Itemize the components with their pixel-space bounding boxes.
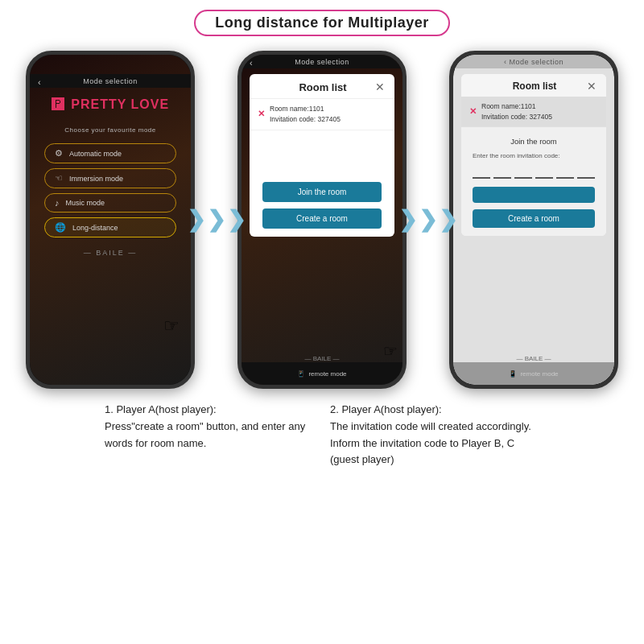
desc-step-1: 1. Player A(host player): xyxy=(105,403,217,415)
music-icon: ♪ xyxy=(55,198,60,208)
phones-row: ‹ Mode selection 🅿 PRETTY LOVE Choose yo… xyxy=(0,43,644,389)
remote-mode-3[interactable]: 📱 remote mode xyxy=(509,370,558,378)
room-list-title-3: Room list xyxy=(482,80,587,92)
remote-mode-2[interactable]: 📱 remote mode xyxy=(297,370,346,378)
phone-3-bottom: 📱 remote mode xyxy=(453,362,614,385)
code-dash-5[interactable] xyxy=(556,164,574,179)
mode-long-distance[interactable]: 🌐 Long-distance xyxy=(44,217,176,237)
logo-area: 🅿 PRETTY LOVE xyxy=(30,97,191,112)
phone-2-screen: ‹ Mode selection Room list ✕ ✕ Room name… xyxy=(242,55,402,385)
baile-text-2: — BAILE — xyxy=(242,355,402,362)
code-dash-3[interactable] xyxy=(514,164,532,179)
enter-code-label: Enter the room invitation code: xyxy=(473,152,595,159)
room-list-overlay-2: Room list ✕ ✕ Room name:1101 Invitation … xyxy=(250,74,394,237)
room-list-title-2: Room list xyxy=(270,81,375,93)
mode-immersion[interactable]: ☜ Immersion mode xyxy=(44,168,176,188)
double-arrow-1: ❯ ❯ ❯ xyxy=(187,208,246,231)
code-dash-4[interactable] xyxy=(535,164,553,179)
phone-2-bottom: 📱 remote mode xyxy=(242,362,402,385)
mode-music[interactable]: ♪ Music mode xyxy=(44,193,176,213)
baile-text-3: — BAILE — xyxy=(453,355,614,362)
phone-3-bg: ‹ Mode selection Room list ✕ ✕ Room name… xyxy=(453,55,614,385)
join-room-button-2[interactable]: Join the room xyxy=(262,182,382,202)
code-dash-6[interactable] xyxy=(577,164,595,179)
join-room-label: Join the room xyxy=(473,137,595,146)
automatic-icon: ⚙ xyxy=(55,148,63,159)
room-item-info-3: Room name:1101 Invitation code: 327405 xyxy=(481,101,552,122)
room-item-3: ✕ Room name:1101 Invitation code: 327405 xyxy=(461,97,606,127)
phone-3-topbar: ‹ Mode selection xyxy=(453,55,614,68)
room-list-header-2: Room list ✕ xyxy=(250,74,394,99)
choose-text: Choose your favourite mode xyxy=(30,126,191,134)
room-action-btns-2: Join the room Create a room xyxy=(250,171,394,237)
room-list-close-2[interactable]: ✕ xyxy=(375,80,385,93)
hand-create-icon: ☞ xyxy=(383,341,398,361)
desc-text-2: The invitation code will created accordi… xyxy=(330,420,531,466)
room-list-close-3[interactable]: ✕ xyxy=(587,80,597,93)
room-list-overlay-3: Room list ✕ ✕ Room name:1101 Invitation … xyxy=(461,74,606,236)
remote-icon-3: 📱 xyxy=(509,370,517,378)
desc-block-1: 1. Player A(host player): Press"create a… xyxy=(105,402,314,469)
code-input-row xyxy=(473,164,595,179)
room-item-2: ✕ Room name:1101 Invitation code: 327405 xyxy=(250,99,394,130)
join-room-section: Join the room Enter the room invitation … xyxy=(461,127,606,236)
room-item-x3-icon: ✕ xyxy=(469,106,477,117)
back-arrow-3-icon[interactable]: ‹ xyxy=(504,58,507,66)
phone-3: ‹ Mode selection Room list ✕ ✕ Room name… xyxy=(449,51,618,389)
room-item-info-2: Room name:1101 Invitation code: 327405 xyxy=(270,104,341,125)
phone-2-topbar: ‹ Mode selection xyxy=(242,55,402,68)
back-arrow-2-icon[interactable]: ‹ xyxy=(250,58,253,68)
back-arrow-icon[interactable]: ‹ xyxy=(38,77,41,87)
double-arrow-2: ❯ ❯ ❯ xyxy=(398,208,457,231)
create-room-button-2[interactable]: Create a room xyxy=(262,208,382,229)
code-dash-2[interactable] xyxy=(493,164,511,179)
logo-icon: 🅿 xyxy=(52,97,64,111)
page-title-area: Long distance for Multiplayer xyxy=(0,0,644,36)
phone-1-topbar: ‹ Mode selection xyxy=(30,74,191,88)
baile-text-1: — BAILE — xyxy=(30,249,191,257)
desc-text-1: Press"create a room" button, and enter a… xyxy=(105,420,305,449)
phone-2: ‹ Mode selection Room list ✕ ✕ Room name… xyxy=(237,51,407,389)
logo-text: PRETTY LOVE xyxy=(71,97,169,111)
globe-icon: 🌐 xyxy=(55,222,66,233)
mode-automatic[interactable]: ⚙ Automatic mode xyxy=(44,143,176,163)
desc-block-2: 2. Player A(host player): The invitation… xyxy=(330,402,539,469)
arrow-group-1: ❯ ❯ ❯ xyxy=(187,208,246,231)
code-dash-1[interactable] xyxy=(473,164,490,179)
room-item-x-icon: ✕ xyxy=(258,109,265,119)
phone-3-screen: ‹ Mode selection Room list ✕ ✕ Room name… xyxy=(453,55,614,385)
immersion-icon: ☜ xyxy=(55,173,63,184)
room-list-header-3: Room list ✕ xyxy=(461,74,606,97)
desc-step-2: 2. Player A(host player): xyxy=(330,403,442,415)
remote-icon-2: 📱 xyxy=(297,370,305,378)
create-room-button-3[interactable]: Create a room xyxy=(473,209,595,228)
page-title: Long distance for Multiplayer xyxy=(194,10,450,36)
phone-2-bg: ‹ Mode selection Room list ✕ ✕ Room name… xyxy=(242,55,402,385)
arrow-group-2: ❯ ❯ ❯ xyxy=(398,208,457,231)
descriptions-row: 1. Player A(host player): Press"create a… xyxy=(0,389,644,469)
join-confirm-button[interactable] xyxy=(473,187,595,203)
phone-1: ‹ Mode selection 🅿 PRETTY LOVE Choose yo… xyxy=(26,51,195,389)
hand-cursor-icon: ☞ xyxy=(163,316,180,336)
